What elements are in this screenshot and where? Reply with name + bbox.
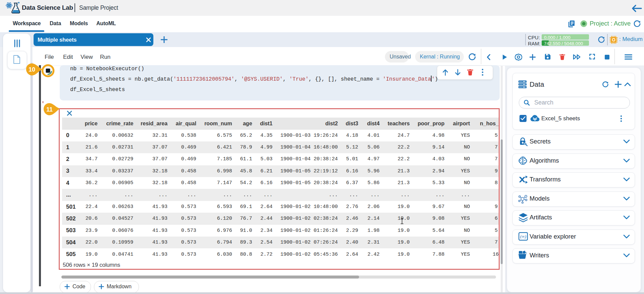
svg-text:10: 10 <box>29 66 35 73</box>
svg-text:11: 11 <box>46 106 53 113</box>
svg-text:(∞): (∞) <box>520 234 526 239</box>
